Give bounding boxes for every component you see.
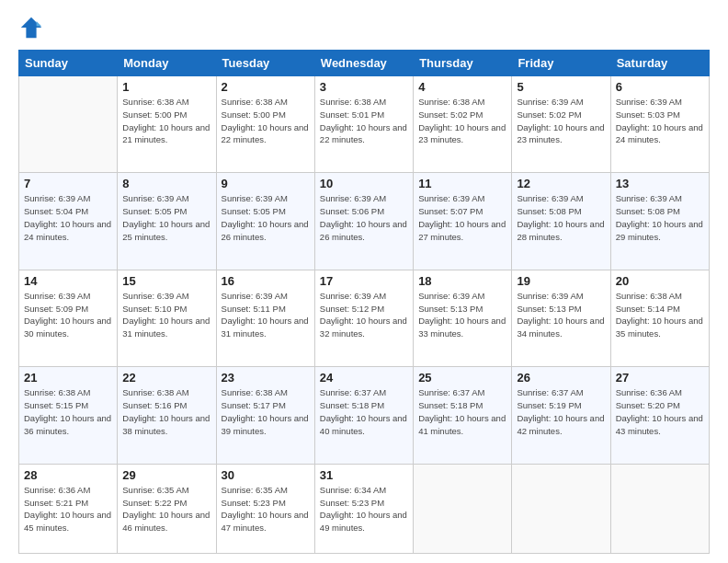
day-number: 28 — [24, 468, 112, 482]
day-number: 21 — [24, 371, 112, 385]
svg-marker-0 — [21, 17, 41, 38]
day-info: Sunrise: 6:38 AMSunset: 5:02 PMDaylight:… — [418, 96, 506, 146]
day-cell: 12Sunrise: 6:39 AMSunset: 5:08 PMDayligh… — [512, 173, 610, 270]
day-cell: 16Sunrise: 6:39 AMSunset: 5:11 PMDayligh… — [216, 270, 314, 366]
day-info: Sunrise: 6:37 AMSunset: 5:18 PMDaylight:… — [320, 386, 408, 437]
day-info: Sunrise: 6:39 AMSunset: 5:10 PMDaylight:… — [122, 290, 210, 340]
day-cell — [414, 464, 512, 553]
week-row-1: 1Sunrise: 6:38 AMSunset: 5:00 PMDaylight… — [19, 76, 710, 173]
day-cell — [19, 76, 118, 173]
day-number: 13 — [616, 177, 704, 190]
day-number: 7 — [24, 177, 112, 190]
day-info: Sunrise: 6:37 AMSunset: 5:18 PMDaylight:… — [418, 386, 506, 437]
day-number: 8 — [122, 177, 210, 190]
day-info: Sunrise: 6:39 AMSunset: 5:04 PMDaylight:… — [24, 192, 112, 243]
day-info: Sunrise: 6:39 AMSunset: 5:11 PMDaylight:… — [222, 290, 310, 340]
day-cell: 10Sunrise: 6:39 AMSunset: 5:06 PMDayligh… — [314, 173, 413, 270]
day-cell: 23Sunrise: 6:38 AMSunset: 5:17 PMDayligh… — [216, 367, 314, 464]
day-info: Sunrise: 6:39 AMSunset: 5:03 PMDaylight:… — [616, 96, 704, 146]
day-cell: 13Sunrise: 6:39 AMSunset: 5:08 PMDayligh… — [610, 173, 709, 270]
day-cell: 14Sunrise: 6:39 AMSunset: 5:09 PMDayligh… — [19, 270, 118, 366]
logo — [18, 15, 48, 40]
day-number: 22 — [122, 371, 210, 385]
day-info: Sunrise: 6:38 AMSunset: 5:00 PMDaylight:… — [122, 96, 210, 146]
day-number: 24 — [320, 371, 408, 385]
day-number: 15 — [122, 274, 210, 288]
day-cell: 11Sunrise: 6:39 AMSunset: 5:07 PMDayligh… — [414, 173, 512, 270]
day-info: Sunrise: 6:35 AMSunset: 5:23 PMDaylight:… — [222, 484, 310, 534]
day-info: Sunrise: 6:38 AMSunset: 5:01 PMDaylight:… — [320, 96, 408, 146]
weekday-saturday: Saturday — [610, 51, 709, 76]
day-info: Sunrise: 6:38 AMSunset: 5:14 PMDaylight:… — [616, 290, 704, 340]
day-info: Sunrise: 6:36 AMSunset: 5:21 PMDaylight:… — [24, 484, 112, 534]
day-number: 9 — [222, 177, 310, 190]
day-number: 10 — [320, 177, 408, 190]
day-cell — [610, 464, 709, 553]
day-info: Sunrise: 6:39 AMSunset: 5:09 PMDaylight:… — [24, 290, 112, 340]
day-number: 23 — [222, 371, 310, 385]
day-number: 3 — [320, 80, 408, 94]
day-cell: 17Sunrise: 6:39 AMSunset: 5:12 PMDayligh… — [314, 270, 413, 366]
day-cell: 15Sunrise: 6:39 AMSunset: 5:10 PMDayligh… — [118, 270, 216, 366]
week-row-4: 21Sunrise: 6:38 AMSunset: 5:15 PMDayligh… — [19, 367, 710, 464]
day-cell: 3Sunrise: 6:38 AMSunset: 5:01 PMDaylight… — [314, 76, 413, 173]
week-row-2: 7Sunrise: 6:39 AMSunset: 5:04 PMDaylight… — [19, 173, 710, 270]
day-number: 29 — [122, 468, 210, 482]
day-number: 16 — [222, 274, 310, 288]
weekday-friday: Friday — [512, 51, 610, 76]
week-row-3: 14Sunrise: 6:39 AMSunset: 5:09 PMDayligh… — [19, 270, 710, 366]
day-info: Sunrise: 6:38 AMSunset: 5:17 PMDaylight:… — [222, 386, 310, 437]
day-cell: 8Sunrise: 6:39 AMSunset: 5:05 PMDaylight… — [118, 173, 216, 270]
day-cell: 1Sunrise: 6:38 AMSunset: 5:00 PMDaylight… — [118, 76, 216, 173]
day-info: Sunrise: 6:39 AMSunset: 5:06 PMDaylight:… — [320, 192, 408, 243]
day-cell: 4Sunrise: 6:38 AMSunset: 5:02 PMDaylight… — [414, 76, 512, 173]
day-info: Sunrise: 6:34 AMSunset: 5:23 PMDaylight:… — [320, 484, 408, 534]
day-cell: 21Sunrise: 6:38 AMSunset: 5:15 PMDayligh… — [19, 367, 118, 464]
day-cell: 24Sunrise: 6:37 AMSunset: 5:18 PMDayligh… — [314, 367, 413, 464]
day-info: Sunrise: 6:39 AMSunset: 5:05 PMDaylight:… — [222, 192, 310, 243]
day-number: 6 — [616, 80, 704, 94]
day-cell: 28Sunrise: 6:36 AMSunset: 5:21 PMDayligh… — [19, 464, 118, 553]
weekday-tuesday: Tuesday — [216, 51, 314, 76]
day-number: 26 — [517, 371, 605, 385]
page: SundayMondayTuesdayWednesdayThursdayFrid… — [0, 0, 728, 563]
day-number: 5 — [517, 80, 605, 94]
day-cell: 6Sunrise: 6:39 AMSunset: 5:03 PMDaylight… — [610, 76, 709, 173]
day-cell: 25Sunrise: 6:37 AMSunset: 5:18 PMDayligh… — [414, 367, 512, 464]
day-cell: 20Sunrise: 6:38 AMSunset: 5:14 PMDayligh… — [610, 270, 709, 366]
week-row-5: 28Sunrise: 6:36 AMSunset: 5:21 PMDayligh… — [19, 464, 710, 553]
weekday-thursday: Thursday — [414, 51, 512, 76]
day-cell: 9Sunrise: 6:39 AMSunset: 5:05 PMDaylight… — [216, 173, 314, 270]
day-number: 31 — [320, 468, 408, 482]
day-info: Sunrise: 6:38 AMSunset: 5:00 PMDaylight:… — [222, 96, 310, 146]
day-cell: 7Sunrise: 6:39 AMSunset: 5:04 PMDaylight… — [19, 173, 118, 270]
day-number: 12 — [517, 177, 605, 190]
weekday-sunday: Sunday — [19, 51, 118, 76]
day-cell: 26Sunrise: 6:37 AMSunset: 5:19 PMDayligh… — [512, 367, 610, 464]
day-number: 1 — [122, 80, 210, 94]
day-cell: 22Sunrise: 6:38 AMSunset: 5:16 PMDayligh… — [118, 367, 216, 464]
day-cell: 2Sunrise: 6:38 AMSunset: 5:00 PMDaylight… — [216, 76, 314, 173]
day-cell: 18Sunrise: 6:39 AMSunset: 5:13 PMDayligh… — [414, 270, 512, 366]
day-number: 17 — [320, 274, 408, 288]
day-info: Sunrise: 6:38 AMSunset: 5:16 PMDaylight:… — [122, 386, 210, 437]
day-number: 14 — [24, 274, 112, 288]
weekday-header-row: SundayMondayTuesdayWednesdayThursdayFrid… — [19, 51, 710, 76]
day-number: 18 — [418, 274, 506, 288]
day-info: Sunrise: 6:39 AMSunset: 5:05 PMDaylight:… — [122, 192, 210, 243]
day-number: 27 — [616, 371, 704, 385]
weekday-wednesday: Wednesday — [314, 51, 413, 76]
day-info: Sunrise: 6:39 AMSunset: 5:13 PMDaylight:… — [517, 290, 605, 340]
day-cell: 27Sunrise: 6:36 AMSunset: 5:20 PMDayligh… — [610, 367, 709, 464]
day-cell: 29Sunrise: 6:35 AMSunset: 5:22 PMDayligh… — [118, 464, 216, 553]
day-cell — [512, 464, 610, 553]
day-number: 11 — [418, 177, 506, 190]
day-number: 25 — [418, 371, 506, 385]
day-info: Sunrise: 6:39 AMSunset: 5:07 PMDaylight:… — [418, 192, 506, 243]
day-number: 4 — [418, 80, 506, 94]
day-info: Sunrise: 6:36 AMSunset: 5:20 PMDaylight:… — [616, 386, 704, 437]
day-info: Sunrise: 6:39 AMSunset: 5:02 PMDaylight:… — [517, 96, 605, 146]
day-info: Sunrise: 6:35 AMSunset: 5:22 PMDaylight:… — [122, 484, 210, 534]
day-cell: 31Sunrise: 6:34 AMSunset: 5:23 PMDayligh… — [314, 464, 413, 553]
svg-marker-1 — [37, 21, 42, 27]
